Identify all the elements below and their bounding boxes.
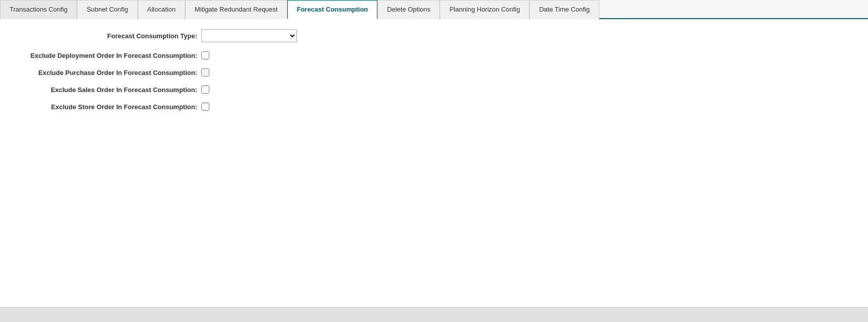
tab-mitigate-redundant-request[interactable]: Mitigate Redundant Request — [185, 0, 287, 19]
forecast-consumption-type-control — [201, 29, 297, 42]
exclude-sales-checkbox[interactable] — [201, 86, 209, 94]
exclude-deployment-row: Exclude Deployment Order In Forecast Con… — [10, 51, 858, 59]
status-bar — [0, 307, 868, 322]
tab-forecast-consumption[interactable]: Forecast Consumption — [287, 0, 378, 19]
forecast-consumption-type-label: Forecast Consumption Type: — [10, 32, 201, 40]
tab-bar: Transactions Config Subnet Config Alloca… — [0, 0, 868, 19]
tab-planning-horizon-config[interactable]: Planning Horizon Config — [440, 0, 529, 19]
exclude-purchase-row: Exclude Purchase Order In Forecast Consu… — [10, 68, 858, 76]
exclude-store-checkbox[interactable] — [201, 103, 209, 111]
exclude-deployment-checkbox[interactable] — [201, 51, 209, 59]
exclude-store-row: Exclude Store Order In Forecast Consumpt… — [10, 103, 858, 111]
page-wrapper: Transactions Config Subnet Config Alloca… — [0, 0, 868, 322]
forecast-consumption-type-row: Forecast Consumption Type: — [10, 29, 858, 42]
exclude-store-label: Exclude Store Order In Forecast Consumpt… — [10, 103, 201, 111]
content-area: Forecast Consumption Type: Exclude Deplo… — [0, 19, 868, 307]
exclude-deployment-label: Exclude Deployment Order In Forecast Con… — [10, 52, 201, 59]
exclude-purchase-checkbox[interactable] — [201, 68, 209, 76]
exclude-purchase-label: Exclude Purchase Order In Forecast Consu… — [10, 69, 201, 76]
tab-subnet-config[interactable]: Subnet Config — [77, 0, 137, 19]
tab-transactions-config[interactable]: Transactions Config — [0, 0, 77, 19]
forecast-consumption-type-select[interactable] — [201, 29, 297, 42]
tab-date-time-config[interactable]: Date Time Config — [529, 0, 599, 19]
tab-delete-options[interactable]: Delete Options — [377, 0, 440, 19]
tab-allocation[interactable]: Allocation — [138, 0, 185, 19]
exclude-sales-label: Exclude Sales Order In Forecast Consumpt… — [10, 86, 201, 94]
exclude-sales-row: Exclude Sales Order In Forecast Consumpt… — [10, 86, 858, 94]
